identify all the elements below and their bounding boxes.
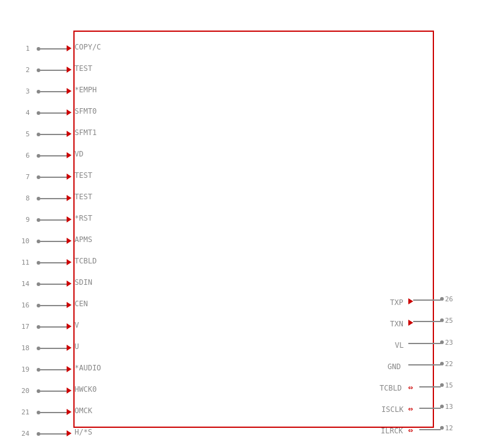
pin-18-num: 18 xyxy=(21,344,29,352)
pin-1-num: 1 xyxy=(26,45,30,53)
pin-2-label: TEST xyxy=(75,64,92,73)
pin-10-num: 10 xyxy=(21,237,29,245)
pin-21-label: OMCK xyxy=(75,406,92,415)
pin-9-num: 9 xyxy=(26,216,30,224)
pin-5-label: SFMT1 xyxy=(75,128,97,137)
pin-4-num: 4 xyxy=(26,109,30,117)
pin-4-label: SFMT0 xyxy=(75,107,97,116)
pin-19-label: *AUDIO xyxy=(75,364,101,372)
pin-8-num: 8 xyxy=(26,194,30,202)
pin-6-label: VD xyxy=(75,150,83,158)
pin-24-num: 24 xyxy=(21,430,29,438)
pin-2-num: 2 xyxy=(26,66,30,74)
pin-11-num: 11 xyxy=(21,259,29,266)
pin-25-label: TXN xyxy=(390,320,403,328)
pin-13-label: ISCLK xyxy=(381,405,403,414)
pin-18-label: U xyxy=(75,342,79,351)
pin-24-label: H/*S xyxy=(75,428,92,436)
pin-19-num: 19 xyxy=(21,365,29,373)
pin-3-num: 3 xyxy=(26,87,30,95)
pin-8-label: TEST xyxy=(75,193,92,201)
pin-10-label: APMS xyxy=(75,235,92,244)
ic-container: 1 COPY/C 2 TEST 3 *EMPH 4 SFMT0 5 SFMT1 … xyxy=(12,12,477,436)
pin-6-num: 6 xyxy=(26,152,30,160)
pin-22-num: 22 xyxy=(445,360,453,368)
pin-5-num: 5 xyxy=(26,130,30,138)
pin-25-num: 25 xyxy=(445,317,453,325)
pin-13-num: 13 xyxy=(445,403,453,411)
pin-7-num: 7 xyxy=(26,173,30,181)
pin-1-label: COPY/C xyxy=(75,43,101,51)
pin-16-label: CEN xyxy=(75,299,88,308)
pin-12-label: ILRCK xyxy=(381,427,403,435)
pin-22-label: GND xyxy=(388,362,401,371)
pin-21-num: 21 xyxy=(21,408,29,416)
ic-box xyxy=(73,31,434,428)
pin-15-label: TCBLD xyxy=(380,384,402,392)
pin-20-label: HWCK0 xyxy=(75,385,97,394)
pin-17-label: V xyxy=(75,321,79,329)
pin-23-num: 23 xyxy=(445,339,453,347)
pin-23-label: VL xyxy=(395,341,403,350)
pin-14-label: SDIN xyxy=(75,278,92,287)
pin-3-label: *EMPH xyxy=(75,86,97,94)
pin-15-num: 15 xyxy=(445,381,453,389)
pin-12-num: 12 xyxy=(445,424,453,432)
pin-11-label: TCBLD xyxy=(75,257,97,265)
pin-26-label: TXP xyxy=(390,298,403,307)
pin-7-label: TEST xyxy=(75,171,92,180)
pin-17-num: 17 xyxy=(21,323,29,331)
pin-14-num: 14 xyxy=(21,280,29,288)
pin-9-label: *RST xyxy=(75,214,92,222)
pin-16-num: 16 xyxy=(21,301,29,309)
pin-20-num: 20 xyxy=(21,387,29,395)
pin-26-num: 26 xyxy=(445,295,453,303)
